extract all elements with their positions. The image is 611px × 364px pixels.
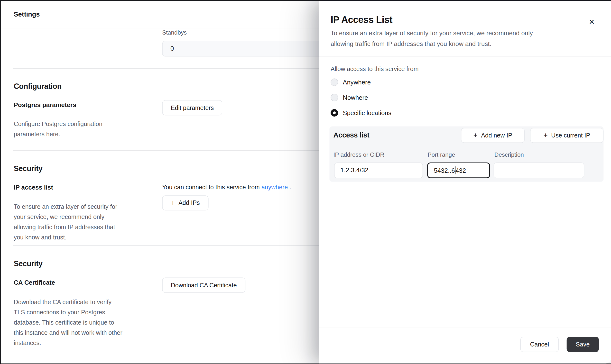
use-current-ip-button[interactable]: + Use current IP <box>530 128 604 143</box>
stage: Settings Standbys 0 Configuration Postgr… <box>0 0 611 364</box>
column-port-range: Port range <box>428 151 455 158</box>
ip-address-value: 1.2.3.4/32 <box>341 167 369 174</box>
ca-certificate-label: CA Certificate <box>14 279 55 286</box>
port-range-value: 5432..6432 <box>434 167 466 174</box>
cancel-button[interactable]: Cancel <box>520 337 559 352</box>
configuration-heading: Configuration <box>14 82 62 91</box>
plus-icon: + <box>544 132 548 139</box>
radio-circle-icon <box>331 94 338 102</box>
standbys-label: Standbys <box>162 29 187 36</box>
add-new-ip-button[interactable]: + Add new IP <box>461 128 525 143</box>
close-icon[interactable]: ✕ <box>586 16 598 28</box>
save-button[interactable]: Save <box>567 337 599 352</box>
postgres-parameters-label: Postgres parameters <box>14 102 76 109</box>
edit-parameters-button[interactable]: Edit parameters <box>162 100 222 115</box>
connect-sentence: You can connect to this service from any… <box>162 184 291 191</box>
column-description: Description <box>494 151 524 158</box>
drawer-title: IP Access List <box>331 14 392 25</box>
ip-address-input[interactable]: 1.2.3.4/32 <box>334 163 423 178</box>
plus-icon: + <box>171 199 175 206</box>
standbys-value: 0 <box>170 45 174 52</box>
security-ca-heading: Security <box>14 259 42 268</box>
radio-selected-icon <box>331 109 338 117</box>
drawer-description: To ensure an extra layer of security for… <box>331 28 590 49</box>
port-range-input[interactable]: 5432..6432 <box>427 163 490 178</box>
radio-nowhere[interactable]: Nowhere <box>331 94 368 102</box>
description-input[interactable] <box>494 163 584 178</box>
postgres-parameters-description: Configure Postgres configuration paramet… <box>14 119 143 139</box>
anywhere-link[interactable]: anywhere <box>261 184 288 190</box>
ip-access-list-description: To ensure an extra layer of security for… <box>14 202 147 243</box>
radio-anywhere[interactable]: Anywhere <box>331 78 371 86</box>
footer-divider <box>319 327 611 327</box>
ip-access-list-drawer: IP Access List ✕ To ensure an extra laye… <box>319 1 611 364</box>
viewport: Settings Standbys 0 Configuration Postgr… <box>0 0 611 364</box>
page-title: Settings <box>14 11 40 18</box>
add-ips-button[interactable]: + Add IPs <box>162 195 208 210</box>
ca-certificate-description: Download the CA certificate to verify TL… <box>14 297 155 348</box>
column-ip-address: IP address or CIDR <box>333 151 384 158</box>
access-list-panel: Access list + Add new IP + Use current I… <box>329 126 603 182</box>
download-ca-certificate-button[interactable]: Download CA Certificate <box>162 277 245 293</box>
ip-access-list-label: IP access list <box>14 184 53 191</box>
radio-circle-icon <box>331 78 338 86</box>
radio-specific-locations[interactable]: Specific locations <box>331 109 391 117</box>
allow-access-label: Allow access to this service from <box>331 65 418 73</box>
standbys-input[interactable]: 0 <box>162 41 327 57</box>
security-heading: Security <box>14 165 42 173</box>
drawer-divider <box>319 56 611 57</box>
access-list-heading: Access list <box>333 131 370 139</box>
plus-icon: + <box>474 132 478 139</box>
